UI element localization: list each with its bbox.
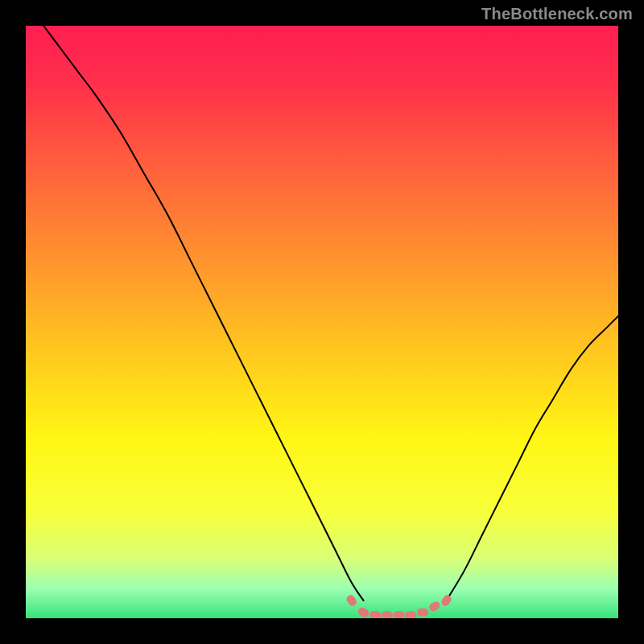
chart-frame: TheBottleneck.com xyxy=(0,0,644,644)
svg-rect-2 xyxy=(357,606,370,618)
svg-rect-7 xyxy=(417,609,428,617)
svg-rect-9 xyxy=(440,593,452,607)
bottleneck-curve-right xyxy=(447,316,618,601)
plot-area xyxy=(26,26,618,618)
svg-rect-1 xyxy=(345,593,358,607)
watermark-text: TheBottleneck.com xyxy=(481,5,633,23)
svg-rect-8 xyxy=(427,600,441,613)
curve-layer xyxy=(26,26,618,618)
svg-rect-5 xyxy=(394,611,405,618)
svg-rect-6 xyxy=(405,611,416,618)
bottleneck-curve-left xyxy=(43,26,363,601)
svg-rect-3 xyxy=(369,611,381,618)
svg-rect-4 xyxy=(382,611,393,618)
